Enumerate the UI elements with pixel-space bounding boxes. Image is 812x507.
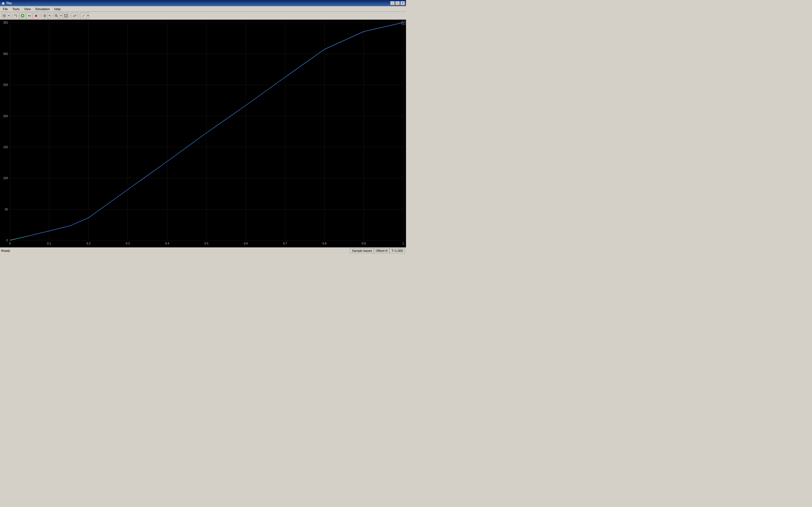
svg-text:0.1: 0.1: [47, 242, 51, 245]
svg-line-10: [57, 16, 58, 17]
svg-text:0.8: 0.8: [322, 242, 326, 245]
svg-text:300: 300: [3, 52, 8, 55]
offset-box: Offset=0: [374, 248, 390, 253]
close-button[interactable]: ✕: [400, 1, 405, 5]
svg-text:0.6: 0.6: [244, 242, 248, 245]
app-icon: ▣: [1, 1, 5, 5]
settings-button[interactable]: [42, 13, 48, 19]
exchange-button[interactable]: [71, 13, 78, 19]
time-box: T=1.000: [389, 248, 405, 253]
svg-marker-5: [28, 15, 30, 17]
play-button[interactable]: [19, 13, 26, 19]
zoom-group: ▾: [53, 13, 62, 19]
svg-text:150: 150: [3, 146, 8, 149]
plot-container: 0 50 100 150 200 250 300 350 0 0.1 0.2 0…: [0, 20, 406, 247]
settings-group: ▾: [42, 13, 51, 19]
fit-view-button[interactable]: [63, 13, 69, 19]
svg-text:50: 50: [5, 208, 8, 211]
svg-rect-6: [30, 15, 31, 17]
separator-2: [40, 13, 41, 18]
svg-point-8: [44, 15, 46, 16]
mode-selector-dropdown[interactable]: ▾: [7, 13, 10, 19]
undo-button[interactable]: [13, 13, 19, 19]
mode-selector-button[interactable]: [1, 13, 7, 19]
menu-tools[interactable]: Tools: [10, 7, 22, 11]
offset-label: Offset=0: [376, 249, 388, 252]
svg-text:100: 100: [3, 177, 8, 180]
menu-simulation[interactable]: Simulation: [33, 7, 52, 11]
edit-dropdown[interactable]: ▾: [87, 13, 89, 19]
svg-text:0.9: 0.9: [362, 242, 366, 245]
minimize-button[interactable]: ─: [390, 1, 395, 5]
zoom-button[interactable]: [53, 13, 59, 19]
edit-button[interactable]: [80, 13, 87, 19]
svg-text:1: 1: [402, 242, 404, 245]
svg-text:350: 350: [3, 21, 8, 24]
menu-view[interactable]: View: [22, 7, 33, 11]
svg-text:0.4: 0.4: [165, 242, 169, 245]
svg-text:0.3: 0.3: [126, 242, 130, 245]
svg-text:200: 200: [3, 115, 8, 118]
status-right: Sample based Offset=0 T=1.000: [350, 248, 405, 253]
window-controls: ─ □ ✕: [390, 1, 405, 5]
status-text: Ready: [1, 249, 10, 252]
title-bar: ▣ The ─ □ ✕: [0, 0, 406, 6]
time-label: T=1.000: [391, 249, 403, 252]
svg-text:0.2: 0.2: [87, 242, 91, 245]
sample-based-box: Sample based: [350, 248, 373, 253]
svg-text:250: 250: [3, 83, 8, 87]
window-title: The: [6, 1, 12, 5]
edit-group: ▾: [80, 13, 89, 19]
svg-text:0: 0: [9, 242, 11, 245]
stop-button[interactable]: [33, 13, 39, 19]
svg-rect-13: [64, 14, 67, 17]
svg-rect-7: [35, 15, 37, 17]
svg-text:⊕: ⊕: [402, 21, 405, 24]
mode-selector-group: ▾: [1, 13, 10, 19]
svg-text:0.5: 0.5: [204, 242, 208, 245]
title-bar-left: ▣ The: [1, 1, 12, 5]
svg-text:0.7: 0.7: [283, 242, 287, 245]
status-bar: Ready Sample based Offset=0 T=1.000: [0, 247, 406, 253]
toolbar: ▾ ▾: [0, 12, 406, 20]
separator-4: [70, 13, 70, 18]
separator-5: [79, 13, 79, 18]
menu-file[interactable]: File: [1, 7, 10, 11]
menu-bar: File Tools View Simulation Help: [0, 6, 406, 12]
sample-based-label: Sample based: [352, 249, 371, 252]
settings-dropdown[interactable]: ▾: [48, 13, 51, 19]
menu-help[interactable]: Help: [52, 7, 63, 11]
plot-svg: 0 50 100 150 200 250 300 350 0 0.1 0.2 0…: [0, 20, 406, 247]
maximize-button[interactable]: □: [395, 1, 400, 5]
zoom-dropdown[interactable]: ▾: [59, 13, 62, 19]
svg-text:0: 0: [6, 239, 8, 242]
svg-point-1: [4, 15, 5, 16]
step-button[interactable]: [26, 13, 33, 19]
